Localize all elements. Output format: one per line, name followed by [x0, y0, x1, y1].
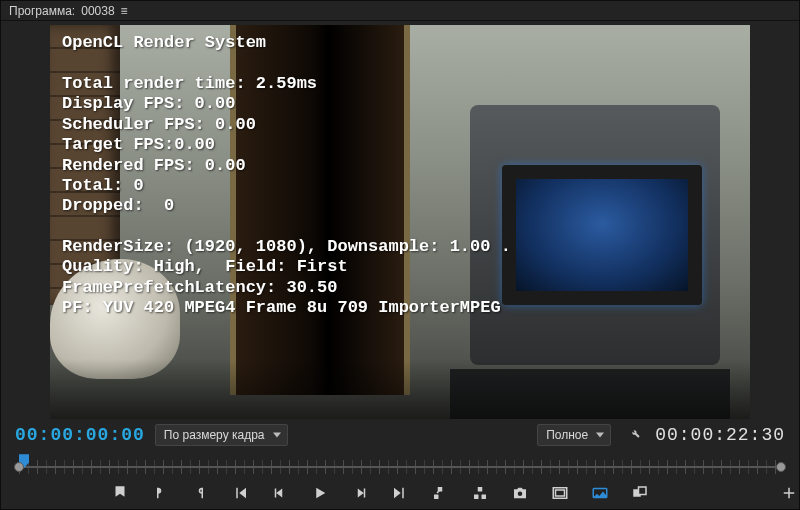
mark-out-button[interactable]: [190, 483, 210, 503]
export-frame-button[interactable]: [510, 483, 530, 503]
transport-bar: [1, 481, 799, 509]
panel-title-label: Программа:: [9, 4, 75, 18]
timeline-track: [19, 466, 781, 468]
play-button[interactable]: [310, 483, 330, 503]
panel-title-clip: 00038: [81, 4, 114, 18]
extract-button[interactable]: [470, 483, 490, 503]
svg-rect-5: [639, 487, 647, 495]
goto-in-button[interactable]: [230, 483, 250, 503]
multi-view-button[interactable]: [630, 483, 650, 503]
step-back-button[interactable]: [270, 483, 290, 503]
mark-in-button[interactable]: [150, 483, 170, 503]
zoom-dropdown-label: По размеру кадра: [164, 428, 265, 442]
settings-wrench-icon[interactable]: [621, 425, 645, 445]
panel-titlebar: Программа: 00038 ≡: [1, 1, 799, 21]
control-bar: 00:00:00:00 По размеру кадра Полное 00:0…: [1, 419, 799, 450]
quality-dropdown-label: Полное: [546, 428, 588, 442]
svg-point-0: [518, 492, 523, 497]
goto-out-button[interactable]: [390, 483, 410, 503]
svg-rect-2: [556, 490, 565, 496]
timecode-duration: 00:00:22:30: [655, 425, 785, 445]
render-debug-overlay: OpenCL Render System Total render time: …: [62, 33, 738, 318]
step-forward-button[interactable]: [350, 483, 370, 503]
safe-margins-button[interactable]: [550, 483, 570, 503]
add-marker-button[interactable]: [110, 483, 130, 503]
bg-floor-shadow: [50, 359, 750, 419]
timeline[interactable]: [1, 450, 799, 481]
video-viewport[interactable]: OpenCL Render System Total render time: …: [50, 25, 750, 419]
zoom-dropdown[interactable]: По размеру кадра: [155, 424, 288, 446]
panel-menu-icon[interactable]: ≡: [121, 4, 128, 18]
program-monitor-panel: Программа: 00038 ≡ OpenCL Render System …: [0, 0, 800, 510]
button-editor-add-button[interactable]: [779, 483, 799, 503]
timeline-out-handle[interactable]: [776, 462, 786, 472]
comparison-view-button[interactable]: [590, 483, 610, 503]
lift-button[interactable]: [430, 483, 450, 503]
timecode-current[interactable]: 00:00:00:00: [15, 425, 145, 445]
quality-dropdown[interactable]: Полное: [537, 424, 611, 446]
viewport-wrap: OpenCL Render System Total render time: …: [1, 21, 799, 419]
